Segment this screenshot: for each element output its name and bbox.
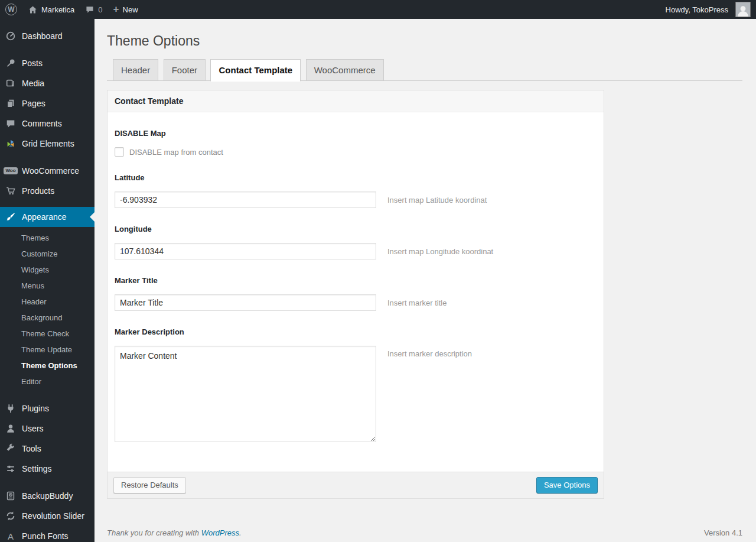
panel-footer: Restore Defaults Save Options: [107, 472, 604, 499]
longitude-label: Longitude: [115, 225, 597, 233]
disable-map-field: DISABLE map from contact: [115, 147, 597, 157]
marker-title-input[interactable]: [115, 294, 376, 311]
page-title: Theme Options: [107, 33, 742, 50]
latitude-field: Insert map Latitude koordinat: [115, 192, 597, 208]
comment-icon: [5, 118, 17, 129]
refresh-icon: [5, 510, 17, 522]
restore-defaults-button[interactable]: Restore Defaults: [113, 477, 186, 494]
sidebar-item-settings[interactable]: Settings: [0, 459, 94, 479]
menu-separator: [0, 479, 94, 486]
comment-count: 0: [98, 5, 102, 14]
media-icon: [5, 77, 17, 89]
disable-map-checkbox[interactable]: [115, 147, 124, 157]
admin-sidebar: Dashboard Posts Media Pages Comments Gri…: [0, 19, 94, 542]
sidebar-item-grid-elements[interactable]: Grid Elements: [0, 134, 94, 154]
sidebar-item-punch-fonts[interactable]: A Punch Fonts: [0, 526, 94, 542]
sidebar-item-posts[interactable]: Posts: [0, 53, 94, 73]
submenu-item-theme-check[interactable]: Theme Check: [0, 326, 94, 342]
avatar: [735, 2, 751, 17]
settings-icon: [5, 463, 17, 475]
wp-logo-menu[interactable]: W: [0, 0, 22, 19]
cart-icon: [5, 185, 17, 197]
sidebar-item-pages[interactable]: Pages: [0, 93, 94, 113]
latitude-input[interactable]: [115, 192, 376, 208]
page-footer: Thank you for creating with WordPress. V…: [107, 528, 742, 537]
sidebar-item-media[interactable]: Media: [0, 73, 94, 93]
sidebar-item-revolution-slider[interactable]: Revolution Slider: [0, 506, 94, 526]
submenu-item-customize[interactable]: Customize: [0, 246, 94, 262]
pin-icon: [5, 57, 17, 69]
sidebar-label: Pages: [22, 98, 45, 109]
wrench-icon: [5, 443, 17, 455]
submenu-item-menus[interactable]: Menus: [0, 278, 94, 294]
disable-map-label: DISABLE Map: [115, 129, 597, 138]
howdy-label: Howdy, TokoPress: [666, 5, 728, 14]
wordpress-link[interactable]: WordPress: [201, 528, 239, 537]
site-name-menu[interactable]: Marketica: [22, 0, 80, 19]
disable-map-checkbox-label: DISABLE map from contact: [129, 148, 223, 157]
sidebar-label: Settings: [22, 463, 52, 475]
longitude-field: Insert map Longitude koordinat: [115, 243, 597, 259]
submenu-item-background[interactable]: Background: [0, 310, 94, 326]
wordpress-logo-icon: W: [5, 4, 17, 15]
sidebar-item-backupbuddy[interactable]: BackupBuddy: [0, 486, 94, 506]
sidebar-item-comments[interactable]: Comments: [0, 113, 94, 134]
main-content: Theme Options Header Footer Contact Temp…: [94, 19, 756, 542]
sidebar-label: Products: [22, 185, 54, 197]
sidebar-label: Revolution Slider: [22, 510, 84, 522]
submenu-item-widgets[interactable]: Widgets: [0, 262, 94, 278]
marker-description-textarea[interactable]: Marker Content: [115, 346, 376, 442]
sidebar-item-woocommerce[interactable]: Woo WooCommerce: [0, 161, 94, 181]
pages-icon: [5, 98, 17, 109]
sidebar-item-dashboard[interactable]: Dashboard: [0, 26, 94, 46]
new-content-menu[interactable]: + New: [108, 0, 144, 19]
save-options-button[interactable]: Save Options: [536, 477, 598, 494]
sidebar-item-products[interactable]: Products: [0, 181, 94, 201]
panel-title[interactable]: Contact Template: [107, 90, 604, 112]
comments-menu[interactable]: 0: [80, 0, 107, 19]
tab-woocommerce[interactable]: WooCommerce: [306, 59, 384, 80]
site-name-label: Marketica: [41, 5, 74, 14]
marker-description-field: Marker Content Insert marker description: [115, 346, 597, 442]
marker-title-field: Insert marker title: [115, 294, 597, 311]
menu-separator: [0, 201, 94, 207]
submenu-item-themes[interactable]: Themes: [0, 231, 94, 246]
sidebar-item-plugins[interactable]: Plugins: [0, 398, 94, 418]
sidebar-label: Appearance: [22, 211, 67, 223]
submenu-item-editor[interactable]: Editor: [0, 374, 94, 390]
home-icon: [28, 5, 38, 15]
letter-a-icon: A: [5, 530, 17, 542]
footer-version: Version 4.1: [704, 528, 742, 537]
longitude-input[interactable]: [115, 243, 376, 259]
submenu-item-theme-options[interactable]: Theme Options: [0, 358, 94, 374]
latitude-label: Latitude: [115, 173, 597, 182]
user-icon: [5, 423, 17, 434]
sidebar-label: Comments: [22, 118, 62, 129]
admin-bar: W Marketica 0 + New Howdy, TokoPress: [0, 0, 756, 19]
tab-header[interactable]: Header: [113, 59, 158, 80]
footer-thanks-text: Thank you for creating with WordPress.: [107, 528, 242, 537]
sidebar-item-tools[interactable]: Tools: [0, 439, 94, 459]
grid-elements-icon: [5, 138, 17, 150]
plug-icon: [5, 403, 17, 414]
panel-body: DISABLE Map DISABLE map from contact Lat…: [107, 112, 604, 472]
tab-footer[interactable]: Footer: [164, 59, 206, 80]
menu-separator: [0, 46, 94, 53]
sidebar-label: Tools: [22, 443, 41, 455]
brush-icon: [5, 211, 17, 223]
sidebar-label: Grid Elements: [22, 138, 74, 150]
sidebar-label: Punch Fonts: [22, 530, 69, 542]
new-label: New: [123, 5, 138, 14]
submenu-item-header[interactable]: Header: [0, 294, 94, 310]
sidebar-item-appearance[interactable]: Appearance: [0, 207, 94, 227]
marker-description-help-text: Insert marker description: [387, 349, 472, 358]
account-menu[interactable]: Howdy, TokoPress: [660, 0, 756, 19]
sidebar-label: Posts: [22, 57, 43, 69]
marker-title-help-text: Insert marker title: [387, 298, 447, 307]
sidebar-label: Media: [22, 77, 44, 89]
tab-contact-template[interactable]: Contact Template: [210, 59, 301, 82]
submenu-item-theme-update[interactable]: Theme Update: [0, 342, 94, 358]
plus-icon: +: [113, 4, 119, 14]
sidebar-item-users[interactable]: Users: [0, 418, 94, 439]
contact-template-panel: Contact Template DISABLE Map DISABLE map…: [107, 90, 604, 472]
